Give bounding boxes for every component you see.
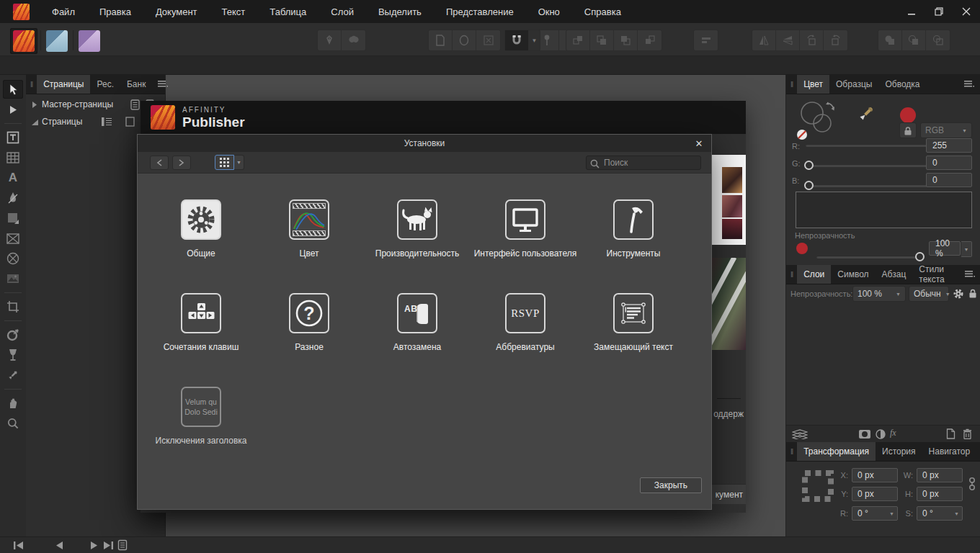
pref-keyboard-shortcuts[interactable]: Сочетания клавиш: [147, 293, 255, 352]
minimize-button[interactable]: [898, 0, 925, 23]
pref-color[interactable]: Цвет: [255, 199, 363, 258]
adjustment-icon[interactable]: [876, 429, 886, 439]
move-to-back-icon[interactable]: [638, 30, 662, 50]
y-field[interactable]: 0 px: [852, 487, 898, 501]
back-button[interactable]: [150, 156, 169, 170]
page-icon[interactable]: [429, 30, 453, 50]
table-tool[interactable]: [3, 148, 23, 167]
opacity-caret-icon[interactable]: ▼: [961, 241, 972, 257]
ellipse-icon[interactable]: [453, 30, 476, 50]
forward-button[interactable]: [172, 156, 191, 170]
menu-text[interactable]: Текст: [210, 0, 258, 23]
grid-view-button[interactable]: [215, 155, 234, 170]
anchor-point-selector[interactable]: [801, 469, 835, 503]
tab-text-styles[interactable]: Стили текста: [912, 265, 959, 284]
close-dialog-button[interactable]: Закрыть: [640, 477, 702, 493]
last-page-icon[interactable]: [102, 541, 114, 550]
photo-persona-button[interactable]: [76, 28, 103, 54]
dialog-titlebar[interactable]: Установки: [138, 135, 711, 152]
rotation-field[interactable]: 0 °▼: [852, 506, 898, 521]
shapes-overlap-icon[interactable]: [342, 30, 365, 50]
blend-mode-select[interactable]: Обычн ▼: [909, 286, 949, 302]
new-layer-icon[interactable]: [946, 428, 956, 439]
layers-stack-icon[interactable]: [792, 429, 808, 439]
menu-edit[interactable]: Правка: [87, 0, 143, 23]
fill-stroke-selector-icon[interactable]: [793, 97, 844, 142]
current-color-swatch[interactable]: [900, 107, 916, 123]
designer-persona-button[interactable]: [43, 28, 71, 54]
flip-horizontal-icon[interactable]: [752, 30, 776, 50]
tab-navigator[interactable]: Навигатор: [922, 442, 977, 461]
expand-right-icon[interactable]: [32, 102, 37, 108]
page-thumb-box-icon[interactable]: [125, 117, 135, 127]
menu-select[interactable]: Выделить: [366, 0, 434, 23]
menu-view[interactable]: Представление: [434, 0, 526, 23]
move-backward-icon[interactable]: [614, 30, 638, 50]
menu-table[interactable]: Таблица: [257, 0, 318, 23]
panel-menu-icon[interactable]: [152, 75, 174, 94]
pref-placeholder-text[interactable]: Замещающий текст: [579, 293, 687, 352]
pref-abbreviations[interactable]: RSVP Аббревиатуры: [471, 293, 579, 352]
w-field[interactable]: 0 px: [917, 468, 963, 482]
g-value-field[interactable]: 0: [926, 156, 972, 170]
view-hand-tool[interactable]: [3, 394, 23, 413]
rotate-ccw-icon[interactable]: [800, 30, 824, 50]
pref-title-exceptions[interactable]: Velum qu Dolo Sedi Исключения заголовка: [147, 387, 255, 446]
artistic-text-tool[interactable]: A: [3, 168, 23, 187]
r-slider[interactable]: [806, 144, 940, 147]
tab-swatches[interactable]: Образцы: [829, 75, 878, 94]
vector-crop-tool[interactable]: [3, 297, 23, 316]
tab-assets[interactable]: Банк: [120, 75, 152, 94]
page-list-icon[interactable]: [117, 539, 128, 551]
flip-vertical-icon[interactable]: [776, 30, 800, 50]
tab-paragraph[interactable]: Абзац: [876, 265, 913, 284]
layers-opacity-select[interactable]: 100 % ▼: [852, 286, 906, 302]
search-input[interactable]: [602, 156, 698, 169]
tab-history[interactable]: История: [876, 442, 922, 461]
color-mode-select[interactable]: RGB ▼: [920, 122, 972, 138]
zoom-tool[interactable]: [3, 414, 23, 433]
panel-grip-icon[interactable]: ‖: [26, 75, 37, 94]
panel-menu-icon[interactable]: [958, 75, 980, 94]
opacity-value-field[interactable]: 100 %: [929, 241, 961, 256]
picture-frame-ellipse-tool[interactable]: [3, 249, 23, 268]
b-value-field[interactable]: 0: [926, 173, 972, 187]
tab-pages[interactable]: Страницы: [37, 75, 90, 94]
r-value-field[interactable]: 255: [926, 138, 972, 153]
pref-autocorrect[interactable]: ABC Автозамена: [363, 293, 471, 352]
pref-performance[interactable]: Производительность: [363, 199, 471, 258]
layers-list-empty[interactable]: [786, 304, 980, 425]
transparency-tool[interactable]: [3, 346, 23, 364]
link-dimensions-icon[interactable]: [968, 476, 976, 495]
g-slider[interactable]: [806, 164, 940, 167]
dialog-close-icon[interactable]: ✕: [692, 137, 705, 150]
panel-grip-icon[interactable]: ‖: [786, 442, 797, 461]
pref-general[interactable]: Общие: [147, 199, 255, 258]
fx-icon[interactable]: fx: [890, 428, 896, 439]
layer-lock-icon[interactable]: [968, 288, 977, 298]
move-forward-icon[interactable]: [590, 30, 614, 50]
delete-box-icon[interactable]: [476, 30, 500, 50]
rectangle-tool[interactable]: [3, 209, 23, 228]
add-master-icon[interactable]: [130, 99, 140, 110]
first-page-icon[interactable]: [13, 541, 24, 550]
x-field[interactable]: 0 px: [852, 468, 898, 482]
menu-window[interactable]: Окно: [526, 0, 572, 23]
rotate-cw-icon[interactable]: [824, 30, 847, 50]
h-field[interactable]: 0 px: [917, 487, 963, 501]
tab-stroke[interactable]: Обводка: [878, 75, 926, 94]
g-slider-knob[interactable]: [804, 161, 814, 170]
move-to-front-icon[interactable]: [566, 30, 590, 50]
place-image-tool[interactable]: [3, 269, 23, 288]
support-link-fragment[interactable]: оддерж: [713, 409, 744, 419]
panel-menu-icon[interactable]: [959, 265, 980, 284]
color-picker-tool[interactable]: [3, 366, 23, 385]
tab-resources[interactable]: Рес.: [90, 75, 120, 94]
restore-button[interactable]: [925, 0, 953, 23]
pref-user-interface[interactable]: Интерфейс пользователя: [471, 199, 579, 258]
eyedropper-icon[interactable]: [857, 104, 876, 123]
close-window-button[interactable]: [953, 0, 980, 23]
panel-grip-icon[interactable]: ‖: [786, 75, 797, 94]
stroke-stack-icon[interactable]: [318, 30, 342, 50]
tab-color[interactable]: Цвет: [797, 75, 829, 94]
